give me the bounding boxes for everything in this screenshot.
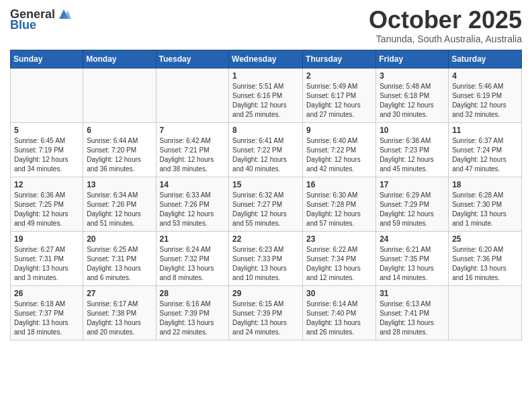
calendar-cell: 3Sunrise: 5:48 AMSunset: 6:18 PMDaylight… <box>376 68 449 122</box>
day-number: 18 <box>452 180 518 189</box>
calendar-cell: 13Sunrise: 6:34 AMSunset: 7:26 PMDayligh… <box>83 177 156 231</box>
calendar-cell: 30Sunrise: 6:14 AMSunset: 7:40 PMDayligh… <box>303 285 376 340</box>
day-number: 27 <box>87 289 152 298</box>
calendar-cell: 7Sunrise: 6:42 AMSunset: 7:21 PMDaylight… <box>156 122 229 177</box>
day-info: Sunrise: 6:34 AMSunset: 7:26 PMDaylight:… <box>87 191 152 228</box>
calendar-cell: 19Sunrise: 6:27 AMSunset: 7:31 PMDayligh… <box>11 231 83 285</box>
calendar-cell: 29Sunrise: 6:15 AMSunset: 7:39 PMDayligh… <box>229 285 303 340</box>
week-row-3: 12Sunrise: 6:36 AMSunset: 7:25 PMDayligh… <box>11 177 522 231</box>
day-info: Sunrise: 6:18 AMSunset: 7:37 PMDaylight:… <box>14 300 79 337</box>
day-info: Sunrise: 6:13 AMSunset: 7:41 PMDaylight:… <box>380 300 445 337</box>
weekday-header-thursday: Thursday <box>303 50 376 68</box>
calendar-cell: 4Sunrise: 5:46 AMSunset: 6:19 PMDaylight… <box>449 68 522 122</box>
day-info: Sunrise: 5:51 AMSunset: 6:16 PMDaylight:… <box>232 82 299 120</box>
day-number: 5 <box>14 126 79 135</box>
calendar-cell: 12Sunrise: 6:36 AMSunset: 7:25 PMDayligh… <box>11 177 83 231</box>
calendar-cell <box>83 68 156 122</box>
title-area: October 2025 Tanunda, South Australia, A… <box>369 7 522 44</box>
calendar-cell: 11Sunrise: 6:37 AMSunset: 7:24 PMDayligh… <box>449 122 522 177</box>
day-number: 22 <box>232 234 299 244</box>
day-info: Sunrise: 6:44 AMSunset: 7:20 PMDaylight:… <box>87 136 152 174</box>
day-info: Sunrise: 6:23 AMSunset: 7:33 PMDaylight:… <box>232 245 299 283</box>
day-number: 17 <box>380 180 445 189</box>
day-number: 21 <box>160 234 226 244</box>
day-info: Sunrise: 6:22 AMSunset: 7:34 PMDaylight:… <box>306 245 372 283</box>
calendar-cell: 18Sunrise: 6:28 AMSunset: 7:30 PMDayligh… <box>449 177 522 231</box>
calendar-cell: 20Sunrise: 6:25 AMSunset: 7:31 PMDayligh… <box>83 231 156 285</box>
day-info: Sunrise: 6:45 AMSunset: 7:19 PMDaylight:… <box>14 136 79 174</box>
calendar-cell: 22Sunrise: 6:23 AMSunset: 7:33 PMDayligh… <box>229 231 303 285</box>
calendar-cell: 26Sunrise: 6:18 AMSunset: 7:37 PMDayligh… <box>11 285 83 340</box>
day-info: Sunrise: 6:14 AMSunset: 7:40 PMDaylight:… <box>306 300 372 337</box>
day-number: 23 <box>306 234 372 244</box>
weekday-header-sunday: Sunday <box>11 50 83 68</box>
day-info: Sunrise: 6:21 AMSunset: 7:35 PMDaylight:… <box>380 245 445 283</box>
day-number: 24 <box>380 234 445 244</box>
calendar-cell: 10Sunrise: 6:38 AMSunset: 7:23 PMDayligh… <box>376 122 449 177</box>
calendar-cell: 14Sunrise: 6:33 AMSunset: 7:26 PMDayligh… <box>156 177 229 231</box>
calendar-cell: 15Sunrise: 6:32 AMSunset: 7:27 PMDayligh… <box>229 177 303 231</box>
calendar-cell: 6Sunrise: 6:44 AMSunset: 7:20 PMDaylight… <box>83 122 156 177</box>
day-info: Sunrise: 6:27 AMSunset: 7:31 PMDaylight:… <box>14 245 79 283</box>
day-number: 26 <box>14 289 79 298</box>
weekday-header-row: SundayMondayTuesdayWednesdayThursdayFrid… <box>11 50 522 68</box>
day-number: 15 <box>232 180 299 189</box>
day-number: 25 <box>452 234 518 244</box>
weekday-header-tuesday: Tuesday <box>156 50 229 68</box>
day-info: Sunrise: 6:38 AMSunset: 7:23 PMDaylight:… <box>380 136 445 174</box>
calendar-cell: 2Sunrise: 5:49 AMSunset: 6:17 PMDaylight… <box>303 68 376 122</box>
calendar-cell: 8Sunrise: 6:41 AMSunset: 7:22 PMDaylight… <box>229 122 303 177</box>
week-row-2: 5Sunrise: 6:45 AMSunset: 7:19 PMDaylight… <box>11 122 522 177</box>
day-number: 4 <box>452 71 518 81</box>
day-number: 28 <box>160 289 226 298</box>
day-info: Sunrise: 6:30 AMSunset: 7:28 PMDaylight:… <box>306 191 372 228</box>
month-title: October 2025 <box>369 7 522 34</box>
weekday-header-wednesday: Wednesday <box>229 50 303 68</box>
day-info: Sunrise: 6:15 AMSunset: 7:39 PMDaylight:… <box>232 300 299 337</box>
calendar-cell: 21Sunrise: 6:24 AMSunset: 7:32 PMDayligh… <box>156 231 229 285</box>
day-info: Sunrise: 6:36 AMSunset: 7:25 PMDaylight:… <box>14 191 79 228</box>
day-number: 31 <box>380 289 445 298</box>
calendar-cell <box>156 68 229 122</box>
weekday-header-friday: Friday <box>376 50 449 68</box>
calendar-cell: 28Sunrise: 6:16 AMSunset: 7:39 PMDayligh… <box>156 285 229 340</box>
calendar-table: SundayMondayTuesdayWednesdayThursdayFrid… <box>10 50 522 340</box>
calendar-cell: 16Sunrise: 6:30 AMSunset: 7:28 PMDayligh… <box>303 177 376 231</box>
day-number: 13 <box>87 180 152 189</box>
calendar-cell: 1Sunrise: 5:51 AMSunset: 6:16 PMDaylight… <box>229 68 303 122</box>
location-subtitle: Tanunda, South Australia, Australia <box>369 34 522 44</box>
day-number: 1 <box>232 71 299 81</box>
day-info: Sunrise: 6:33 AMSunset: 7:26 PMDaylight:… <box>160 191 226 228</box>
day-number: 20 <box>87 234 152 244</box>
day-number: 19 <box>14 234 79 244</box>
week-row-4: 19Sunrise: 6:27 AMSunset: 7:31 PMDayligh… <box>11 231 522 285</box>
calendar-cell: 17Sunrise: 6:29 AMSunset: 7:29 PMDayligh… <box>376 177 449 231</box>
day-info: Sunrise: 6:41 AMSunset: 7:22 PMDaylight:… <box>232 136 299 174</box>
day-number: 8 <box>232 126 299 135</box>
day-number: 14 <box>160 180 226 189</box>
week-row-1: 1Sunrise: 5:51 AMSunset: 6:16 PMDaylight… <box>11 68 522 122</box>
day-number: 7 <box>160 126 226 135</box>
day-info: Sunrise: 6:32 AMSunset: 7:27 PMDaylight:… <box>232 191 299 228</box>
calendar-cell: 23Sunrise: 6:22 AMSunset: 7:34 PMDayligh… <box>303 231 376 285</box>
day-info: Sunrise: 6:25 AMSunset: 7:31 PMDaylight:… <box>87 245 152 283</box>
day-number: 12 <box>14 180 79 189</box>
day-info: Sunrise: 6:17 AMSunset: 7:38 PMDaylight:… <box>87 300 152 337</box>
day-number: 6 <box>87 126 152 135</box>
day-number: 2 <box>306 71 372 81</box>
day-number: 10 <box>380 126 445 135</box>
day-info: Sunrise: 5:48 AMSunset: 6:18 PMDaylight:… <box>380 82 445 120</box>
day-info: Sunrise: 6:24 AMSunset: 7:32 PMDaylight:… <box>160 245 226 283</box>
day-number: 9 <box>306 126 372 135</box>
calendar-cell: 9Sunrise: 6:40 AMSunset: 7:22 PMDaylight… <box>303 122 376 177</box>
day-info: Sunrise: 6:16 AMSunset: 7:39 PMDaylight:… <box>160 300 226 337</box>
day-info: Sunrise: 6:20 AMSunset: 7:36 PMDaylight:… <box>452 245 518 283</box>
calendar-cell: 25Sunrise: 6:20 AMSunset: 7:36 PMDayligh… <box>449 231 522 285</box>
weekday-header-monday: Monday <box>83 50 156 68</box>
week-row-5: 26Sunrise: 6:18 AMSunset: 7:37 PMDayligh… <box>11 285 522 340</box>
logo-icon <box>56 7 71 21</box>
calendar-cell: 27Sunrise: 6:17 AMSunset: 7:38 PMDayligh… <box>83 285 156 340</box>
day-info: Sunrise: 6:42 AMSunset: 7:21 PMDaylight:… <box>160 136 226 174</box>
day-info: Sunrise: 6:40 AMSunset: 7:22 PMDaylight:… <box>306 136 372 174</box>
day-info: Sunrise: 6:37 AMSunset: 7:24 PMDaylight:… <box>452 136 518 174</box>
